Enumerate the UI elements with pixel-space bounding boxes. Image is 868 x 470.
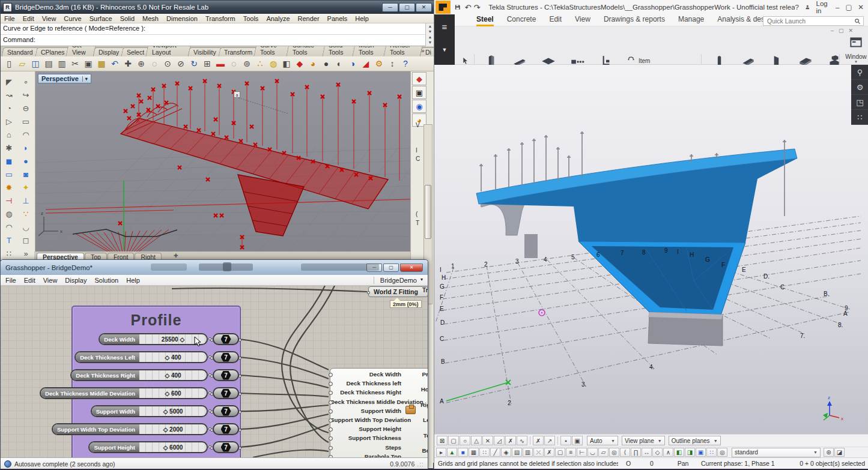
number-slider[interactable]: Support Width Top Deviation◇ 2000 xyxy=(52,423,208,435)
menu-item[interactable]: File xyxy=(4,15,15,22)
menu-item[interactable]: Solution xyxy=(94,277,118,284)
integer-node[interactable]: 7 xyxy=(213,351,239,363)
undo-icon[interactable]: ↶ xyxy=(465,3,472,12)
document-selector[interactable]: BridgeDemo▾ xyxy=(374,277,423,284)
number-slider[interactable]: Deck Width25500 ◇ xyxy=(99,333,208,345)
command-scrollbar[interactable]: ▲▼▲▼ xyxy=(425,23,434,46)
quick-launch-search[interactable] xyxy=(763,16,864,26)
inquire-icon[interactable]: ⚲ xyxy=(851,65,868,80)
help-icon[interactable]: ? xyxy=(399,58,412,70)
display-panel-icon[interactable]: ◆ xyxy=(412,72,426,85)
tekla-file-menu[interactable]: ≡ ▼ xyxy=(434,14,455,65)
rhino-perspective-viewport[interactable]: z x a Perspective▾ xyxy=(35,71,410,252)
select-components-icon[interactable]: ▣ xyxy=(696,448,706,457)
integer-node[interactable]: 7 xyxy=(213,441,239,453)
circle-icon[interactable]: ◔ xyxy=(1,101,17,115)
tabs-overflow-icon[interactable]: » xyxy=(421,47,425,54)
select-objects-icon[interactable]: ◈ xyxy=(501,448,511,457)
cluster-input[interactable]: Deck Width xyxy=(330,370,428,379)
select-angle-icon[interactable]: ⟨ xyxy=(620,448,630,457)
snap-free-icon[interactable]: ⊠ xyxy=(437,436,448,445)
select-distance-icon[interactable]: ↔ xyxy=(642,448,652,457)
rhino-command-area[interactable]: Curve or Edge to reference ( Mode=Refere… xyxy=(1,23,434,46)
tekla-3d-view[interactable]: z x 123456789IHGFED.CIHGFEDCBAB.9A8.7.3.… xyxy=(434,65,868,434)
select-axes-icon[interactable]: ◎ xyxy=(609,448,619,457)
rendered-view-icon[interactable]: ● xyxy=(320,58,333,70)
flat-shade-icon[interactable]: ◢ xyxy=(359,58,372,70)
close-button[interactable]: ✕ xyxy=(858,3,864,11)
xray-view-icon[interactable]: ◑ xyxy=(346,58,359,70)
settings-icon[interactable]: ⚙ xyxy=(851,80,868,95)
snap-midpoint-icon[interactable]: △ xyxy=(471,436,482,445)
number-slider[interactable]: Deck Thickness Right◇ 400 xyxy=(70,369,208,381)
rectangle-icon[interactable]: ▭ xyxy=(17,115,34,128)
cluster-input[interactable]: Support Height xyxy=(330,424,428,433)
patch-icon[interactable]: ◗ xyxy=(17,141,34,154)
number-slider[interactable]: Support Height◇ 6000 xyxy=(88,441,208,453)
snap-grid-icon[interactable]: ▣ xyxy=(572,436,583,445)
select-zoom-icon[interactable]: ◎ xyxy=(717,448,727,457)
toolbar-tab[interactable]: Standard xyxy=(1,47,38,56)
bridge-cluster-node[interactable]: Deck WidthDeck Thickness leftDeck Thickn… xyxy=(330,368,428,457)
paste-icon[interactable]: ▦ xyxy=(95,58,108,70)
curve-icon[interactable]: ↝ xyxy=(1,88,17,101)
search-input[interactable] xyxy=(766,17,854,25)
chevron-down-icon[interactable]: ▼ xyxy=(434,47,455,53)
select-points-icon[interactable]: ■ xyxy=(458,448,468,457)
point-display-icon[interactable]: ∴ xyxy=(253,58,267,70)
undo-icon[interactable]: ↶ xyxy=(108,58,121,70)
integer-node[interactable]: 7 xyxy=(213,333,239,345)
split-icon[interactable]: ⊥ xyxy=(17,194,34,207)
polygon-icon[interactable]: ▷ xyxy=(1,115,17,128)
snap-direction-icon[interactable]: ↗ xyxy=(544,436,555,445)
cluster-input[interactable]: Steps xyxy=(330,443,428,452)
minimize-button[interactable]: – xyxy=(836,4,839,11)
menu-item[interactable]: View xyxy=(43,277,58,284)
menu-item[interactable]: Transform xyxy=(205,15,235,22)
menu-item[interactable]: Help xyxy=(355,15,369,22)
toolbar-tab[interactable]: Viewport Layout xyxy=(146,46,192,56)
menu-item[interactable]: View xyxy=(42,15,56,22)
zoom-window-icon[interactable]: ◌ xyxy=(148,58,161,70)
menu-item[interactable]: Analyze xyxy=(266,15,290,22)
hide-object-icon[interactable]: ◌ xyxy=(227,58,240,70)
snap-plane-select[interactable]: View plane▼ xyxy=(622,436,665,445)
menu-item[interactable]: Mesh xyxy=(142,15,159,22)
hamburger-icon[interactable]: ≡ xyxy=(434,23,455,31)
lock-icon[interactable]: ◧ xyxy=(280,58,293,70)
slider-value[interactable]: ◇ 600 xyxy=(139,388,207,398)
menu-item[interactable]: Display xyxy=(65,277,86,284)
render-icon[interactable]: ◕ xyxy=(306,58,320,70)
menu-item[interactable]: Render xyxy=(298,15,320,22)
cluster-output[interactable]: Left xyxy=(423,417,428,423)
object-snap-icon[interactable]: ⊚ xyxy=(240,58,253,70)
fillet-icon[interactable]: ✦ xyxy=(17,181,34,194)
ribbon-tab[interactable]: Edit xyxy=(549,14,562,26)
cluster-input[interactable]: Support Width Top Deviation xyxy=(330,415,428,424)
selection-switch-icon[interactable]: ◪ xyxy=(834,448,845,457)
toolbar-tab[interactable]: Surface Tools xyxy=(286,46,327,56)
layout-icon[interactable]: ◻ xyxy=(17,233,34,247)
rebuild-icon[interactable]: ◡ xyxy=(17,220,34,233)
menu-item[interactable]: Edit xyxy=(23,15,34,22)
user-icon[interactable] xyxy=(805,4,810,11)
select-planes-icon[interactable]: ▤ xyxy=(512,448,522,457)
named-view-icon[interactable]: ▬ xyxy=(214,58,227,70)
cluster-input[interactable]: Parabola Top xyxy=(330,452,428,457)
pointer-icon[interactable]: ◤ xyxy=(1,75,17,88)
snap-points-icon[interactable]: ▢ xyxy=(448,436,459,445)
toolbar-tab[interactable]: CPlanes xyxy=(35,47,70,56)
ribbon-tab[interactable]: Manage xyxy=(678,14,704,26)
save-icon[interactable]: ◫ xyxy=(29,58,42,70)
snap-extension-icon[interactable]: ✗ xyxy=(505,436,516,445)
menu-item[interactable]: Curve xyxy=(64,15,81,22)
close-button[interactable]: ✕ xyxy=(400,264,423,272)
add-viewport-icon[interactable]: ✚ xyxy=(170,253,182,259)
snap-outline-select[interactable]: Outline planes▼ xyxy=(669,436,721,445)
maximize-button[interactable]: ▢ xyxy=(845,3,852,11)
resize-grip[interactable]: .:: xyxy=(417,460,424,468)
polyline-icon[interactable]: ⌂ xyxy=(1,128,17,141)
ribbon-tab[interactable]: Steel xyxy=(476,14,494,26)
shaded-view-icon[interactable]: ◆ xyxy=(293,58,306,70)
select-cuts-icon[interactable]: ⤫ xyxy=(533,448,544,457)
